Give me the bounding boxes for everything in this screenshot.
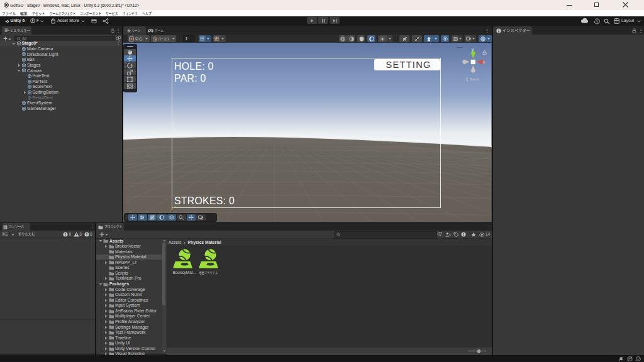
svg-text:x: x [483,60,486,64]
